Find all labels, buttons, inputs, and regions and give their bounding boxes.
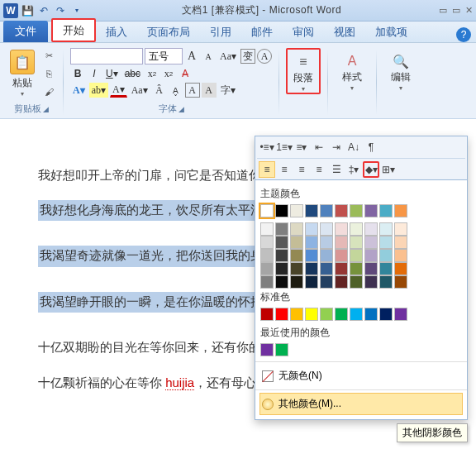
subscript-button[interactable]: x2 [145, 66, 159, 81]
color-swatch[interactable] [275, 343, 288, 356]
color-swatch[interactable] [290, 222, 303, 236]
align-right-button[interactable]: ≡ [293, 161, 310, 178]
color-swatch[interactable] [260, 343, 274, 356]
color-swatch[interactable] [260, 249, 274, 262]
color-swatch[interactable] [335, 249, 348, 262]
tab-mailings[interactable]: 邮件 [241, 21, 283, 42]
color-swatch[interactable] [305, 262, 318, 275]
bold-button[interactable]: B [70, 66, 85, 81]
minimize-icon[interactable]: ▭ [452, 5, 460, 16]
line-spacing-button[interactable]: ‡▾ [345, 161, 362, 178]
color-swatch[interactable] [320, 222, 333, 236]
color-swatch[interactable] [335, 262, 348, 275]
color-swatch[interactable] [364, 236, 378, 249]
show-marks-button[interactable]: ¶ [363, 139, 379, 155]
color-swatch[interactable] [275, 249, 288, 262]
close-icon[interactable]: ✕ [465, 5, 473, 16]
color-swatch[interactable] [394, 308, 407, 321]
color-swatch[interactable] [260, 308, 274, 321]
color-swatch[interactable] [350, 262, 363, 275]
color-swatch[interactable] [260, 236, 274, 249]
paste-button[interactable]: 📋 粘贴 ▾ [7, 48, 38, 98]
color-swatch[interactable] [320, 275, 333, 289]
color-swatch[interactable] [305, 222, 318, 236]
superscript-button[interactable]: x2 [161, 66, 176, 81]
align-center-button[interactable]: ≡ [276, 161, 293, 178]
strikethrough-button[interactable]: abc [122, 66, 143, 81]
decrease-indent-button[interactable]: ⇤ [311, 139, 327, 155]
tab-insert[interactable]: 插入 [96, 21, 137, 42]
no-color-item[interactable]: 无颜色(N) [260, 365, 462, 386]
color-swatch[interactable] [260, 275, 274, 289]
color-swatch[interactable] [394, 275, 407, 289]
font-color-button[interactable]: A▾ [110, 83, 127, 98]
color-swatch[interactable] [379, 249, 393, 262]
color-swatch[interactable] [364, 204, 378, 217]
enclose-char-button[interactable]: A [257, 49, 272, 64]
distributed-button[interactable]: ☰ [328, 161, 345, 178]
format-painter-icon[interactable]: 🖌 [41, 84, 56, 99]
color-swatch[interactable] [305, 204, 318, 217]
color-swatch[interactable] [335, 204, 348, 217]
multilevel-button[interactable]: ≡▾ [293, 139, 310, 155]
color-swatch[interactable] [290, 262, 303, 275]
bullets-button[interactable]: •≡▾ [259, 139, 275, 155]
clear-formatting-button[interactable]: A̶ [178, 66, 193, 81]
color-swatch[interactable] [350, 275, 363, 289]
borders-button[interactable]: ⊞▾ [380, 161, 397, 178]
color-swatch[interactable] [320, 308, 333, 321]
asian-layout-button[interactable]: 字▾ [218, 83, 238, 98]
color-swatch[interactable] [379, 275, 393, 289]
color-swatch[interactable] [350, 249, 363, 262]
clipboard-launcher-icon[interactable]: ◢ [43, 105, 49, 113]
color-swatch[interactable] [275, 275, 288, 289]
color-swatch[interactable] [260, 262, 274, 275]
color-swatch[interactable] [350, 222, 363, 236]
paragraph-button[interactable]: ≡ 段落 ▾ [286, 48, 321, 94]
help-icon[interactable]: ? [456, 27, 471, 42]
color-swatch[interactable] [379, 222, 393, 236]
color-swatch[interactable] [320, 236, 333, 249]
color-swatch[interactable] [290, 204, 303, 217]
color-swatch[interactable] [290, 275, 303, 289]
shrink-font-button[interactable]: A [201, 49, 216, 64]
color-swatch[interactable] [275, 236, 288, 249]
sort-button[interactable]: A↓ [345, 139, 362, 155]
underline-button[interactable]: U▾ [103, 66, 121, 81]
save-icon[interactable]: 💾 [20, 3, 35, 18]
color-swatch[interactable] [290, 236, 303, 249]
more-colors-item[interactable]: 其他颜色(M)... [260, 394, 462, 414]
shading-color-button[interactable]: ◆▾ [363, 161, 379, 178]
color-swatch[interactable] [335, 275, 348, 289]
color-swatch[interactable] [379, 262, 393, 275]
numbering-button[interactable]: 1≡▾ [276, 139, 293, 155]
color-swatch[interactable] [320, 204, 333, 217]
color-swatch[interactable] [394, 236, 407, 249]
color-swatch[interactable] [260, 222, 274, 236]
color-swatch[interactable] [350, 308, 363, 321]
tab-references[interactable]: 引用 [200, 21, 241, 42]
color-swatch[interactable] [305, 275, 318, 289]
color-swatch[interactable] [290, 249, 303, 262]
color-swatch[interactable] [379, 204, 393, 217]
char-border-button[interactable]: A [185, 83, 200, 98]
color-swatch[interactable] [320, 249, 333, 262]
tab-view[interactable]: 视图 [324, 21, 365, 42]
shrink-font2-button[interactable]: A̬ [169, 83, 183, 98]
color-swatch[interactable] [364, 308, 378, 321]
cut-icon[interactable]: ✂ [41, 48, 56, 63]
font-size-combo[interactable]: 五号 [145, 48, 183, 64]
undo-icon[interactable]: ↶ [36, 3, 51, 18]
color-swatch[interactable] [275, 308, 288, 321]
color-swatch[interactable] [305, 236, 318, 249]
grow-font-button[interactable]: A [184, 49, 199, 64]
styles-button[interactable]: A 样式 ▾ [335, 48, 369, 93]
text-effects-button[interactable]: A▾ [70, 83, 88, 98]
highlight-button[interactable]: ab▾ [89, 83, 108, 98]
editing-button[interactable]: 🔍 编辑 ▾ [383, 48, 418, 93]
tab-review[interactable]: 审阅 [283, 21, 324, 42]
increase-indent-button[interactable]: ⇥ [328, 139, 345, 155]
color-swatch[interactable] [260, 204, 274, 217]
color-swatch[interactable] [275, 204, 288, 217]
justify-button[interactable]: ≡ [311, 161, 327, 178]
